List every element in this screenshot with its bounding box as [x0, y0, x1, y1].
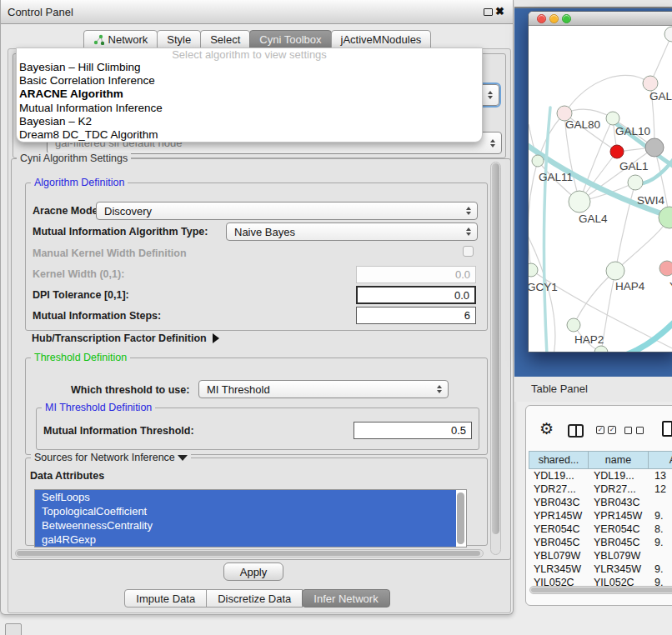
document-icon[interactable]: [662, 421, 672, 437]
algorithm-option[interactable]: Basic Correlation Inference: [17, 74, 482, 88]
network-node-gal4[interactable]: [569, 191, 590, 212]
mi-threshold-field[interactable]: 0.5: [354, 422, 472, 439]
table-panel-title: Table Panel: [514, 377, 672, 402]
which-threshold-combo[interactable]: MI Threshold: [198, 380, 449, 398]
table-cell: YDR27...: [529, 482, 589, 496]
cyni-bottom-tab-bar: Impute Data Discretize Data Infer Networ…: [1, 589, 513, 608]
minimize-traffic-light-icon[interactable]: [549, 14, 559, 23]
table-cell: [649, 549, 672, 562]
node-label: GCY1: [529, 281, 558, 293]
table-header-row: shared...nameA: [529, 451, 672, 469]
settings-vertical-scrollbar[interactable]: [490, 162, 501, 555]
data-attributes-list[interactable]: SelfLoopsTopologicalCoefficientBetweenne…: [34, 489, 467, 548]
close-icon[interactable]: ✖: [495, 5, 504, 18]
network-node[interactable]: [645, 138, 664, 157]
algorithm-option[interactable]: Dream8 DC_TDC Algorithm: [17, 128, 482, 142]
settings-group-title: Cyni Algorithm Settings: [17, 152, 131, 164]
table-cell: 8.: [649, 522, 672, 536]
tab-cyni-toolbox[interactable]: Cyni Toolbox: [249, 30, 331, 48]
network-node-y[interactable]: [659, 261, 672, 276]
kernel-width-field: 0.0: [356, 266, 476, 283]
table-row[interactable]: YER054CYER054C8.: [529, 522, 672, 536]
collapse-arrow-icon: [178, 455, 188, 461]
algorithm-definition-title: Algorithm Definition: [31, 177, 128, 188]
attribute-list-item[interactable]: gal4RGexp: [35, 532, 456, 547]
network-node-gal10[interactable]: [606, 112, 619, 125]
algorithm-option[interactable]: Bayesian – Hill Climbing: [17, 61, 482, 74]
select-all-checks-icon[interactable]: ✓✓: [596, 426, 616, 434]
attribute-list-item[interactable]: TopologicalCoefficient: [35, 504, 456, 518]
network-node[interactable]: [659, 207, 672, 228]
close-traffic-light-icon[interactable]: [537, 14, 546, 23]
network-node-gal1[interactable]: [610, 145, 624, 158]
tab-jactivemnodules[interactable]: jActiveMNodules: [331, 30, 432, 48]
network-node-labels: GALGAL80GAL10GAL1SWI4GAL11GAL4GCY1HAP4YH…: [529, 90, 672, 346]
dropdown-item-list: Bayesian – Hill ClimbingBasic Correlatio…: [17, 61, 482, 142]
settings-horizontal-scrollbar[interactable]: [15, 549, 484, 558]
zoom-traffic-light-icon[interactable]: [562, 14, 571, 23]
table-cell: YPR145W: [589, 509, 649, 522]
table-cell: 13: [649, 469, 672, 482]
mi-steps-label: Mutual Information Steps:: [33, 310, 161, 322]
table-row[interactable]: YBR045CYBR045C9.: [529, 536, 672, 549]
columns-icon[interactable]: [568, 424, 584, 438]
tab-impute-data[interactable]: Impute Data: [124, 589, 207, 608]
gear-icon[interactable]: ⚙: [539, 421, 554, 438]
table-row[interactable]: YDL19...YDL19...13: [529, 469, 672, 482]
table-row[interactable]: YPR145WYPR145W9.: [529, 509, 672, 522]
tab-label: jActiveMNodules: [341, 33, 422, 46]
tab-label: Discretize Data: [218, 592, 291, 605]
network-node-gal11[interactable]: [532, 155, 544, 167]
hub-definition-expander[interactable]: Hub/Transcription Factor Definition: [32, 332, 219, 344]
column-header[interactable]: shared...: [529, 451, 589, 469]
kernel-width-value: 0.0: [455, 268, 470, 281]
mi-threshold-title: MI Threshold Definition: [42, 402, 155, 413]
table-row[interactable]: YBR043CYBR043C: [529, 496, 672, 509]
network-node[interactable]: [664, 27, 672, 42]
attribute-list-item[interactable]: SelfLoops: [35, 490, 456, 504]
manual-kernel-checkbox[interactable]: [463, 246, 474, 257]
dpi-tolerance-field[interactable]: 0.0: [356, 286, 476, 304]
tab-select[interactable]: Select: [200, 30, 250, 48]
table-panel: ⚙ ✓✓ shared...nameA YDL19...YDL19...13YD…: [525, 405, 672, 606]
network-node-gal[interactable]: [643, 76, 658, 91]
table-row[interactable]: YIL052CYIL052C9.: [529, 576, 672, 586]
sources-title[interactable]: Sources for Network Inference: [31, 452, 191, 463]
network-view-window[interactable]: GALGAL80GAL10GAL1SWI4GAL11GAL4GCY1HAP4YH…: [528, 11, 672, 352]
combo-arrows-icon: [490, 139, 495, 148]
table-cell: YER054C: [589, 522, 649, 536]
column-header[interactable]: A: [648, 451, 672, 469]
tab-style[interactable]: Style: [157, 30, 201, 48]
tab-infer-network[interactable]: Infer Network: [302, 589, 389, 608]
table-cell: YER054C: [529, 522, 589, 536]
table-cell: 12: [649, 482, 672, 496]
tab-network[interactable]: Network: [83, 30, 158, 48]
column-header[interactable]: name: [588, 451, 649, 469]
network-node-hap2[interactable]: [567, 318, 580, 332]
network-canvas[interactable]: GALGAL80GAL10GAL1SWI4GAL11GAL4GCY1HAP4YH…: [529, 26, 672, 352]
network-node[interactable]: [594, 346, 608, 352]
network-node-swi4[interactable]: [628, 175, 643, 190]
algorithm-option[interactable]: ARACNE Algorithm: [17, 88, 482, 101]
network-node-hap4[interactable]: [606, 262, 624, 280]
deselect-all-checks-icon[interactable]: [624, 427, 644, 434]
table-horizontal-scrollbar[interactable]: [529, 586, 672, 594]
algorithm-option[interactable]: Mutual Information Inference: [17, 102, 482, 115]
aracne-mode-combo[interactable]: Discovery: [96, 202, 478, 220]
list-scrollbar[interactable]: [457, 492, 464, 544]
mi-type-combo[interactable]: Naive Bayes: [226, 222, 478, 241]
table-row[interactable]: YDR27...YDR27...12: [529, 482, 672, 496]
algorithm-option[interactable]: Bayesian – K2: [17, 115, 482, 128]
table-row[interactable]: YLR345WYLR345W9.: [529, 562, 672, 576]
network-node-gcy1[interactable]: [529, 263, 538, 277]
table-cell: YBL079W: [589, 549, 649, 562]
float-window-icon[interactable]: [484, 8, 493, 16]
table-cell: YBR043C: [529, 496, 589, 509]
tab-discretize-data[interactable]: Discretize Data: [206, 589, 303, 608]
attribute-list-item[interactable]: BetweennessCentrality: [35, 518, 456, 532]
table-row[interactable]: YBL079WYBL079W: [529, 549, 672, 562]
mi-steps-field[interactable]: 6: [356, 307, 476, 324]
corner-button[interactable]: [5, 623, 22, 635]
apply-button[interactable]: Apply: [223, 562, 283, 581]
node-label: GAL4: [579, 212, 608, 225]
